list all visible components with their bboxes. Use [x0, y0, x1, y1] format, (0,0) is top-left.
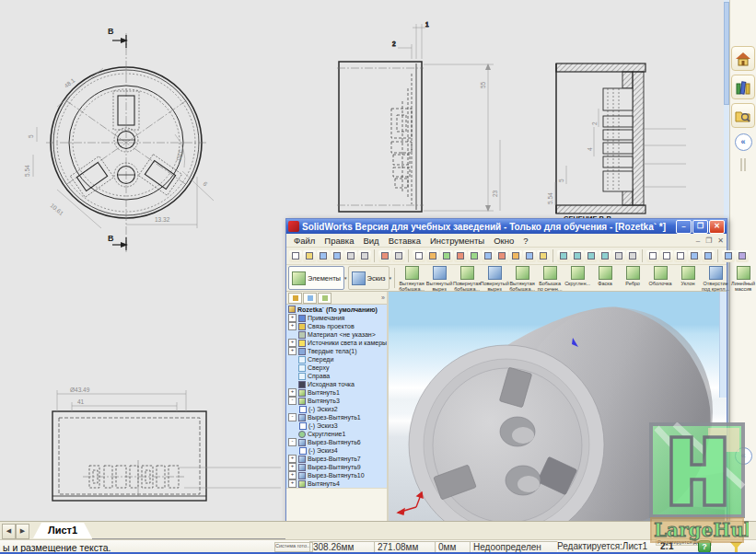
configurationmanager-tab-icon[interactable] [318, 293, 331, 304]
design-table-icon[interactable] [482, 250, 494, 262]
tree-item-extrude1[interactable]: +Вытянуть1 [286, 388, 387, 397]
revolved-cut-button[interactable]: Повернутыйвырез [481, 265, 508, 291]
sketch-icon[interactable] [426, 250, 439, 262]
help-icon[interactable]: ? [698, 540, 711, 553]
menu-tools[interactable]: Инструменты [425, 236, 489, 246]
tree-item-design-binder[interactable]: +Связь проектов [286, 322, 387, 330]
minimize-button[interactable]: – [676, 220, 692, 234]
shaded-icon[interactable] [702, 250, 715, 262]
print-preview-icon[interactable] [358, 250, 371, 262]
curvature-icon[interactable] [736, 250, 749, 262]
tree-item-origin[interactable]: Исходная точка [286, 380, 387, 388]
pan-icon[interactable] [626, 250, 639, 262]
menu-view[interactable]: Вид [358, 236, 383, 246]
features-dropdown-icon[interactable]: ▾ [344, 265, 347, 291]
hidden-lines-visible-icon[interactable] [660, 250, 673, 262]
propertymanager-tab-icon[interactable] [303, 293, 317, 304]
task-pane-collapse-icon[interactable]: « [735, 133, 752, 151]
section-view-icon[interactable] [722, 250, 735, 262]
rib-button[interactable]: Ребро [619, 265, 646, 291]
task-pane-collapse2-icon[interactable]: « [735, 447, 752, 465]
rebuild-icon[interactable] [468, 250, 481, 262]
new-document-icon[interactable] [289, 250, 302, 262]
graphics-viewport[interactable] [389, 292, 727, 526]
wireframe-icon[interactable] [646, 250, 659, 262]
image-icon[interactable] [495, 250, 508, 262]
file-explorer-icon[interactable] [731, 103, 755, 128]
sketch-dropdown-icon[interactable]: ▾ [390, 265, 392, 291]
tree-item-top-plane[interactable]: Сверху [286, 364, 387, 372]
select-arrow-icon[interactable] [413, 250, 425, 262]
zoom-in-out-icon[interactable] [585, 250, 598, 262]
draft-button[interactable]: Уклон [674, 265, 702, 291]
menu-help[interactable]: ? [518, 236, 532, 246]
restore-button[interactable]: ❐ [692, 220, 708, 234]
help-icon[interactable] [537, 250, 550, 262]
open-icon[interactable] [303, 250, 316, 262]
zoom-to-fit-icon[interactable] [557, 250, 570, 262]
tree-item-fillet1[interactable]: Скругление1 [286, 430, 387, 438]
child-restore-button[interactable]: ❐ [703, 237, 715, 245]
tree-item-material[interactable]: Материал <не указан> [286, 330, 387, 339]
print-icon[interactable] [344, 250, 357, 262]
revolved-boss-button[interactable]: Повернутаябобышка... [453, 265, 481, 291]
menu-window[interactable]: Окно [489, 236, 518, 246]
swept-boss-button[interactable]: Вытянутаябобышка... [508, 265, 536, 291]
tree-item-sketch3[interactable]: (-) Эскиз3 [286, 421, 387, 430]
solidworks-resources-icon[interactable] [731, 46, 755, 71]
smart-dimension-icon[interactable] [440, 250, 453, 262]
shaded-with-edges-icon[interactable] [688, 250, 701, 262]
tree-item-solid-bodies[interactable]: +Твердые тела(1) [286, 347, 387, 355]
menu-file[interactable]: Файл [289, 236, 320, 246]
save-as-icon[interactable] [331, 250, 343, 262]
title-bar[interactable]: SolidWorks Версия для учебных заведений … [286, 219, 727, 234]
sheet-nav-left-icon[interactable]: ◀ [2, 524, 16, 539]
tree-item-extrude3[interactable]: -Вытянуть3 [286, 397, 387, 405]
shell-button[interactable]: Оболочка [646, 265, 674, 291]
tree-expand-icon[interactable]: » [381, 294, 385, 301]
tab-features[interactable]: Элементы [288, 266, 344, 290]
zoom-to-area-icon[interactable] [571, 250, 584, 262]
tree-item-sketch4[interactable]: (-) Эскиз4 [286, 446, 387, 455]
drawing-3d-icon[interactable] [509, 250, 522, 262]
design-library-icon[interactable] [731, 75, 755, 99]
rotate-view-icon[interactable] [612, 250, 625, 262]
extruded-boss-button[interactable]: Вытянутаябобышка... [398, 265, 425, 291]
menu-insert[interactable]: Вставка [384, 236, 425, 246]
tree-item-extrude4[interactable]: +Вытянуть4 [286, 479, 387, 488]
redo-icon[interactable] [392, 250, 405, 262]
tree-item-sketch2[interactable]: (-) Эскиз2 [286, 405, 387, 413]
update-icon[interactable] [523, 250, 536, 262]
tree-item-cut-extrude7[interactable]: +Вырез-Вытянуть7 [286, 455, 387, 463]
tree-item-right-plane[interactable]: Справа [286, 372, 387, 380]
chamfer-button[interactable]: Фаска [591, 265, 619, 291]
close-button[interactable]: ✕ [709, 220, 725, 234]
lofted-boss-button[interactable]: Бобышкапо сечен... [536, 265, 564, 291]
tree-item-cut-extrude9[interactable]: +Вырез-Вытянуть9 [286, 463, 387, 471]
hole-wizard-button[interactable]: Отверстиепод крепл... [702, 265, 729, 291]
task-pane-grip[interactable] [740, 158, 746, 171]
tree-item-cut-extrude1[interactable]: -Вырез-Вытянуть1 [286, 413, 387, 421]
hidden-lines-removed-icon[interactable] [674, 250, 687, 262]
menu-edit[interactable]: Правка [320, 236, 358, 246]
child-close-button[interactable]: ✕ [715, 237, 727, 245]
tree-item-cut-extrude10[interactable]: +Вырез-Вытянуть10 [286, 471, 387, 479]
note-icon[interactable] [454, 250, 467, 262]
linear-pattern-button[interactable]: Линейныймассив [729, 265, 756, 291]
viewport-vertical-scrollbar[interactable] [719, 292, 727, 398]
zoom-to-selection-icon[interactable] [599, 250, 611, 262]
fillet-button[interactable]: Скруглен... [564, 265, 591, 291]
tree-item-front-plane[interactable]: Спереди [286, 355, 387, 364]
tab-sketch[interactable]: Эскиз [348, 266, 390, 290]
tree-item-annotations[interactable]: +Примечания [286, 314, 387, 322]
child-minimize-button[interactable]: – [693, 237, 703, 245]
sheet-tab-list1[interactable]: Лист1 [33, 523, 92, 538]
sheet-nav-right-icon[interactable]: ▶ [16, 524, 29, 539]
undo-icon[interactable] [378, 250, 391, 262]
featuremanager-tab-icon[interactable] [288, 293, 302, 304]
tree-root[interactable]: Rozetka` (По умолчанию) [286, 305, 387, 314]
tree-item-lights[interactable]: +Источники света и камеры [286, 339, 387, 347]
extruded-cut-button[interactable]: Вытянутыйвырез [425, 265, 453, 291]
save-icon[interactable] [317, 250, 330, 262]
tree-item-cut-extrude6[interactable]: -Вырез-Вытянуть6 [286, 438, 387, 446]
